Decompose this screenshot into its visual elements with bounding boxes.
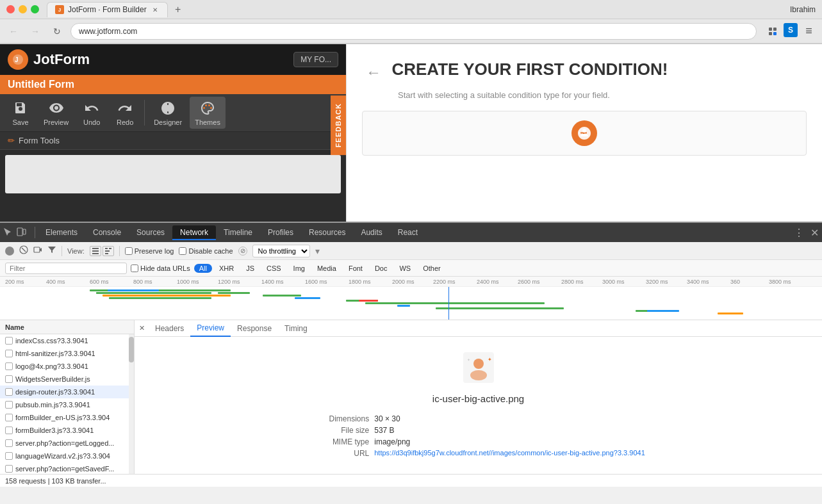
detail-close-btn[interactable]: ✕ [137,324,146,333]
file-checkbox-10[interactable] [5,465,13,473]
skype-icon[interactable]: S [784,23,798,37]
close-button[interactable] [6,5,15,13]
tab-console[interactable]: Console [85,225,129,240]
file-checkbox-3[interactable] [5,375,13,383]
tab-close-button[interactable]: ✕ [151,5,160,14]
file-checkbox-9[interactable] [5,452,13,460]
device-icon[interactable] [15,227,27,238]
filter-other-btn[interactable]: Other [418,264,446,273]
scrollbar-thumb[interactable] [129,337,134,362]
filter-xhr-btn[interactable]: XHR [214,264,239,273]
clear-button[interactable] [19,245,28,256]
extensions-icon[interactable] [764,23,781,40]
file-list-scroll[interactable]: indexCss.css?3.3.9041 html-sanitizer.js?… [0,334,134,474]
forward-button[interactable]: → [27,23,44,40]
back-button[interactable]: ← [366,63,381,81]
filter-img-btn[interactable]: Img [288,264,310,273]
minimize-button[interactable] [19,5,27,13]
preserve-log-input[interactable] [125,247,133,255]
file-item-5[interactable]: pubsub.min.js?3.3.9041 [0,398,134,411]
file-item-9[interactable]: languageWizard.v2.js?3.3.904 [0,450,134,462]
file-item-0[interactable]: indexCss.css?3.3.9041 [0,334,134,347]
file-item-1[interactable]: html-sanitizer.js?3.3.9041 [0,347,134,360]
file-checkbox-2[interactable] [5,362,13,370]
my-forms-button[interactable]: MY FO... [293,52,338,67]
file-checkbox-6[interactable] [5,414,13,421]
filter-ws-btn[interactable]: WS [394,264,416,273]
tab-profiles[interactable]: Profiles [260,225,301,240]
video-icon[interactable] [33,245,42,256]
devtools-more-icon[interactable]: ⋮ [794,227,804,238]
undo-tool[interactable]: Undo [76,97,107,129]
redo-tool[interactable]: Redo [110,97,140,129]
file-checkbox[interactable] [5,337,13,345]
list-view-btn[interactable] [90,246,101,256]
maximize-button[interactable] [31,5,39,13]
filter-icon[interactable] [47,245,56,256]
file-item-3[interactable]: WidgetsServerBuilder.js [0,373,134,386]
filter-input[interactable] [5,263,127,274]
filter-doc-btn[interactable]: Doc [370,264,393,273]
file-item-4[interactable]: design-router.js?3.3.9041 [0,386,134,398]
disable-cache-input[interactable] [179,247,186,255]
tick-1000: 1000 ms [177,279,199,285]
hide-urls-checkbox[interactable]: Hide data URLs [131,264,190,272]
tab-headers[interactable]: Headers [149,320,190,337]
file-checkbox-8[interactable] [5,439,13,447]
file-item-2[interactable]: logo@4x.png?3.3.9041 [0,360,134,373]
themes-tool[interactable]: Themes [190,97,226,129]
url-bar[interactable]: www.jotform.com [70,23,757,40]
tab-preview[interactable]: Preview [190,320,231,337]
preview-tool[interactable]: Preview [38,97,74,129]
add-condition-button[interactable] [571,120,597,146]
tab-audits[interactable]: Audits [353,225,390,240]
file-list-panel: Name indexCss.css?3.3.9041 html-sanitize… [0,320,135,474]
filter-js-btn[interactable]: JS [241,264,259,273]
file-checkbox-4[interactable] [5,388,13,396]
throttle-dropdown-icon[interactable]: ▾ [315,246,320,256]
url-value[interactable]: https://d3q9ifbkj95g7w.cloudfront.net//i… [374,449,645,457]
filter-css-btn[interactable]: CSS [261,264,286,273]
tab-sources[interactable]: Sources [129,225,172,240]
preserve-log-checkbox[interactable]: Preserve log [125,247,174,255]
new-tab-button[interactable]: + [170,2,186,17]
throttle-select[interactable]: No throttling [252,245,310,257]
filter-all-btn[interactable]: All [194,264,212,273]
tab-response[interactable]: Response [231,320,278,337]
offline-button[interactable]: ⊘ [238,247,247,256]
window-controls[interactable] [6,5,39,13]
designer-tool[interactable]: Designer [149,97,187,129]
tab-timeline[interactable]: Timeline [216,225,260,240]
tab-network[interactable]: Network [172,225,216,240]
file-item-6[interactable]: formBuilder_en-US.js?3.3.904 [0,411,134,424]
tab-timing[interactable]: Timing [278,320,314,337]
feedback-button[interactable]: FEEDBACK [331,95,346,155]
record-button[interactable] [5,247,14,256]
back-button[interactable]: ← [5,23,22,40]
filter-font-btn[interactable]: Font [343,264,368,273]
file-item-10[interactable]: server.php?action=getSavedF... [0,462,134,474]
file-name-0: indexCss.css?3.3.9041 [15,337,88,345]
filter-media-btn[interactable]: Media [312,264,341,273]
file-checkbox-5[interactable] [5,401,13,409]
tab-resources[interactable]: Resources [301,225,353,240]
tab-elements[interactable]: Elements [38,225,85,240]
menu-icon[interactable]: ≡ [800,23,817,40]
devtools-close-icon[interactable]: ✕ [809,227,819,238]
file-item-7[interactable]: formBuilder3.js?3.3.9041 [0,424,134,437]
save-tool[interactable]: Save [5,97,36,129]
browser-tab[interactable]: J JotForm · Form Builder ✕ [47,2,168,17]
file-name-8: server.php?action=getLogged... [15,439,114,447]
hide-urls-input[interactable] [131,264,138,272]
tick-2400: 2400 ms [477,279,499,285]
waterfall-view-btn[interactable] [103,246,114,256]
file-name-10: server.php?action=getSavedF... [15,465,114,473]
file-checkbox-1[interactable] [5,350,13,357]
disable-cache-checkbox[interactable]: Disable cache [179,247,233,255]
file-checkbox-7[interactable] [5,427,13,434]
reload-button[interactable]: ↻ [49,23,65,40]
main-content: J JotForm MY FO... Untitled Form Save [0,44,822,487]
tab-react[interactable]: React [390,225,425,240]
file-item-8[interactable]: server.php?action=getLogged... [0,437,134,450]
inspect-icon[interactable] [3,227,14,238]
